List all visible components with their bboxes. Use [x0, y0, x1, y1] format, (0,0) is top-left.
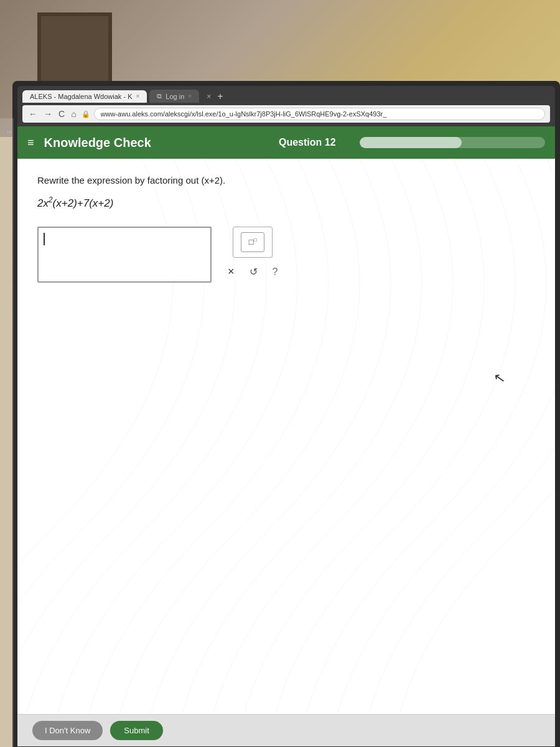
submit-button[interactable]: Submit	[110, 721, 162, 740]
tab-inactive-icon: ⧉	[157, 92, 162, 100]
toolbar-box: □□	[233, 227, 273, 258]
sidebar-letter-m: M	[1, 284, 12, 289]
question-number: Question 12	[279, 137, 336, 148]
progress-bar-container	[360, 137, 545, 148]
tab-bar: ALEKS - Magdalena Wdowiak - K × ⧉ Log in…	[22, 90, 550, 103]
hamburger-icon[interactable]: ≡	[27, 136, 34, 149]
lock-icon: 🔒	[82, 110, 90, 118]
tab-active[interactable]: ALEKS - Magdalena Wdowiak - K ×	[22, 90, 147, 103]
tab-inactive[interactable]: ⧉ Log in ×	[149, 90, 199, 103]
sidebar-letter-cd: C D	[1, 159, 12, 169]
aleks-header: ≡ Knowledge Check Question 12	[17, 126, 555, 159]
refresh-button[interactable]: C	[57, 109, 66, 119]
browser-chrome: ALEKS - Magdalena Wdowiak - K × ⧉ Log in…	[17, 86, 555, 126]
superscript-icon: □□	[249, 237, 257, 247]
address-bar-row: ← → C ⌂ 🔒	[22, 105, 550, 123]
page-content: ≡ Knowledge Check Question 12	[17, 126, 555, 746]
superscript-button[interactable]: □□	[241, 232, 264, 252]
problem-statement: Rewrite the expression by factoring out …	[37, 174, 535, 188]
expression-display: 2x2(x+2)+7(x+2)	[37, 195, 535, 210]
sidebar-letter-d: D	[1, 226, 12, 230]
tab-active-label: ALEKS - Magdalena Wdowiak - K	[30, 93, 132, 100]
question-content: Rewrite the expression by factoring out …	[37, 174, 535, 283]
laptop-screen: ALEKS - Magdalena Wdowiak - K × ⧉ Log in…	[12, 81, 560, 747]
text-cursor	[44, 233, 45, 245]
tab-inactive-label: Log in	[166, 93, 184, 100]
question-area: Rewrite the expression by factoring out …	[17, 159, 555, 714]
forward-button[interactable]: →	[42, 109, 54, 119]
knowledge-check-title: Knowledge Check	[44, 136, 151, 150]
answer-input-box[interactable]	[37, 227, 212, 283]
sidebar-letter-ci: C i	[1, 194, 12, 201]
tab-inactive-close[interactable]: ×	[188, 93, 192, 100]
action-buttons: × ↺ ?	[224, 263, 281, 281]
address-bar-input[interactable]	[94, 108, 545, 120]
back-button[interactable]: ←	[27, 109, 39, 119]
tab-x-separator: ×	[207, 92, 211, 101]
left-sidebar-edge: E C D C i D C M e B	[0, 118, 14, 747]
help-button[interactable]: ?	[269, 264, 282, 280]
answer-section: □□ × ↺ ?	[37, 227, 535, 283]
progress-bar-fill	[360, 137, 462, 148]
undo-button[interactable]: ↺	[246, 263, 261, 280]
bottom-bar: I Don't Know Submit	[17, 714, 555, 746]
sidebar-letter-e: E	[1, 131, 12, 134]
home-button[interactable]: ⌂	[70, 109, 77, 119]
math-toolbar: □□ × ↺ ?	[224, 227, 281, 281]
sidebar-letter-c: C	[1, 255, 12, 259]
tab-close-button[interactable]: ×	[136, 93, 139, 100]
tab-add-button[interactable]: +	[213, 91, 226, 102]
sidebar-letter-eb: e B	[1, 313, 12, 322]
clear-button[interactable]: ×	[224, 263, 238, 281]
dont-know-button[interactable]: I Don't Know	[32, 721, 103, 740]
